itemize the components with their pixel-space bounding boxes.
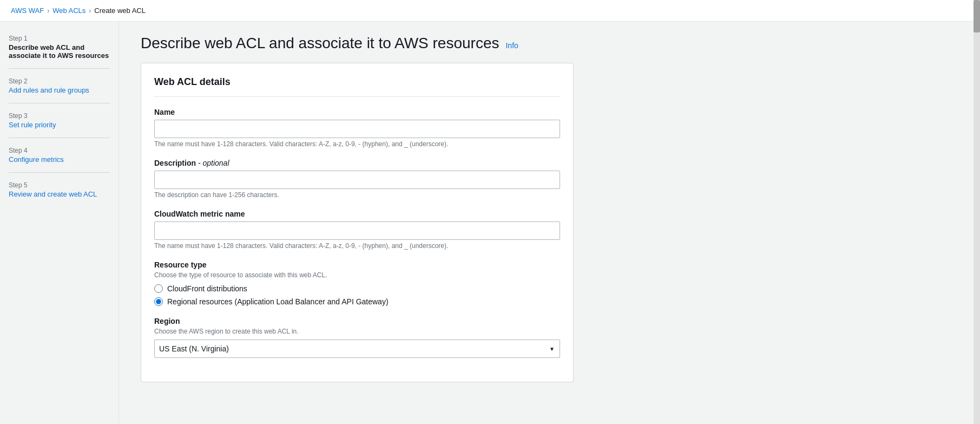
regional-radio-label[interactable]: Regional resources (Application Load Bal… (167, 297, 389, 306)
region-label: Region (154, 317, 560, 325)
sidebar-step-4-label: Step 4 (9, 147, 110, 154)
cloudfront-radio[interactable] (154, 284, 163, 293)
name-label: Name (154, 108, 560, 116)
sidebar-step-4-name: Configure metrics (9, 155, 110, 164)
region-desc: Choose the AWS region to create this web… (154, 328, 560, 335)
cloudwatch-label: CloudWatch metric name (154, 210, 560, 218)
sidebar-step-5: Step 5 Review and create web ACL (9, 181, 110, 207)
breadcrumb-current: Create web ACL (94, 6, 146, 15)
page-title: Describe web ACL and associate it to AWS… (141, 35, 499, 52)
resource-type-field: Resource type Choose the type of resourc… (154, 260, 560, 306)
name-hint: The name must have 1-128 characters. Val… (154, 140, 560, 148)
page-layout: Step 1 Describe web ACL and associate it… (0, 22, 980, 423)
sidebar-step-2: Step 2 Add rules and rule groups (9, 77, 110, 103)
name-field: Name The name must have 1-128 characters… (154, 108, 560, 148)
regional-radio-option[interactable]: Regional resources (Application Load Bal… (154, 297, 560, 306)
main-content: Describe web ACL and associate it to AWS… (119, 22, 980, 423)
cloudwatch-input[interactable] (154, 221, 560, 240)
scrollbar[interactable] (974, 0, 980, 424)
breadcrumb-aws-waf[interactable]: AWS WAF (11, 6, 44, 15)
sidebar-step-3-label: Step 3 (9, 112, 110, 120)
description-input[interactable] (154, 171, 560, 189)
sidebar-step-3-name: Set rule priority (9, 121, 110, 129)
cloudwatch-hint: The name must have 1-128 characters. Val… (154, 242, 560, 250)
resource-type-desc: Choose the type of resource to associate… (154, 271, 560, 279)
sidebar-step-3: Step 3 Set rule priority (9, 112, 110, 138)
page-title-row: Describe web ACL and associate it to AWS… (141, 35, 958, 52)
regional-radio[interactable] (154, 297, 163, 306)
sidebar-step-1-label: Step 1 (9, 35, 110, 42)
sidebar-step-5-name: Review and create web ACL (9, 190, 110, 198)
sidebar-step-2-name: Add rules and rule groups (9, 86, 110, 94)
breadcrumb-web-acls[interactable]: Web ACLs (52, 6, 85, 15)
region-select[interactable]: US East (N. Virginia) US East (Ohio) US … (154, 340, 560, 358)
description-label: Description - optional (154, 159, 560, 167)
region-field: Region Choose the AWS region to create t… (154, 317, 560, 358)
scrollbar-thumb[interactable] (974, 0, 980, 32)
breadcrumb-sep-1: › (47, 7, 49, 15)
breadcrumb-sep-2: › (89, 7, 91, 15)
name-input[interactable] (154, 120, 560, 138)
cloudwatch-field: CloudWatch metric name The name must hav… (154, 210, 560, 250)
sidebar: Step 1 Describe web ACL and associate it… (0, 22, 119, 423)
sidebar-step-4: Step 4 Configure metrics (9, 147, 110, 173)
sidebar-step-2-label: Step 2 (9, 77, 110, 85)
web-acl-details-card: Web ACL details Name The name must have … (141, 63, 574, 382)
sidebar-step-1: Step 1 Describe web ACL and associate it… (9, 35, 110, 69)
cloudfront-radio-label[interactable]: CloudFront distributions (167, 284, 247, 293)
region-select-wrapper: US East (N. Virginia) US East (Ohio) US … (154, 340, 560, 358)
resource-type-label: Resource type (154, 260, 560, 269)
card-title: Web ACL details (154, 76, 560, 97)
cloudfront-radio-option[interactable]: CloudFront distributions (154, 284, 560, 293)
info-link[interactable]: Info (505, 41, 518, 50)
description-field: Description - optional The description c… (154, 159, 560, 199)
sidebar-step-5-label: Step 5 (9, 181, 110, 189)
breadcrumb: AWS WAF › Web ACLs › Create web ACL (0, 0, 980, 22)
description-hint: The description can have 1-256 character… (154, 191, 560, 199)
description-optional: - optional (198, 159, 229, 167)
sidebar-step-1-name: Describe web ACL and associate it to AWS… (9, 43, 110, 60)
